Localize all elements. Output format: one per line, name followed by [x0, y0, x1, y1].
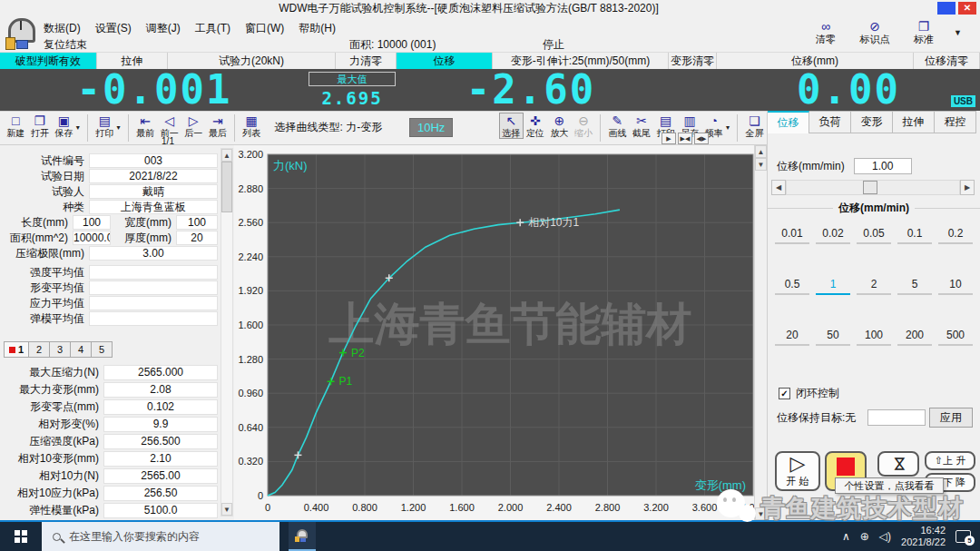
clear-zero-button[interactable]: ∞ 清零 [807, 19, 845, 45]
nav-next-button[interactable]: ▷后一 [182, 113, 205, 138]
specimen-tab-1[interactable]: 1 [4, 341, 29, 358]
chart-scroll-up-icon[interactable]: ▲ [755, 145, 767, 158]
slider-right-icon[interactable]: ▶ [960, 180, 975, 195]
tab-2[interactable]: 变形 [851, 111, 893, 133]
frequency-badge[interactable]: 10Hz [409, 118, 453, 137]
tab-4[interactable]: 程控 [935, 111, 976, 133]
network-icon[interactable]: ⊕ [860, 530, 869, 543]
select-tool-button[interactable]: ↖选择 [500, 113, 523, 138]
scroll-down-icon[interactable]: ▼ [221, 503, 232, 516]
speed-preset-5[interactable]: 5 [897, 278, 932, 295]
field-value[interactable]: 003 [89, 153, 218, 168]
scroll-right-icon[interactable]: ▶ [662, 133, 676, 144]
speed-preset-10[interactable]: 10 [938, 278, 973, 295]
slider-left-icon[interactable]: ◀ [771, 180, 786, 195]
field-value[interactable]: 10000.00 [73, 231, 111, 245]
new-button[interactable]: □新建 [5, 113, 27, 138]
tab-3[interactable]: 拉伸 [893, 111, 935, 133]
specimen-tab-4[interactable]: 4 [71, 341, 92, 358]
scroll-up-icon[interactable]: ▲ [221, 149, 232, 162]
specimen-tab-5[interactable]: 5 [92, 341, 113, 358]
start-menu-button[interactable] [0, 522, 42, 551]
speed-preset-0.2[interactable]: 0.2 [938, 227, 973, 244]
speed-preset-0.05[interactable]: 0.05 [857, 227, 891, 244]
speed-preset-100[interactable]: 100 [857, 329, 891, 346]
apply-button[interactable]: 应用 [929, 408, 973, 428]
tray-expand-icon[interactable]: ∧ [842, 530, 850, 543]
chart-scroll-down2-icon[interactable]: ▼ [755, 158, 767, 171]
save-button[interactable]: ▣保存 [53, 113, 75, 138]
chart-scrollbar[interactable]: ▲ ▼ ▼ [754, 145, 767, 520]
speed-preset-1[interactable]: 1 [816, 278, 850, 295]
notification-icon[interactable]: 5 [956, 530, 971, 543]
menu-item-4[interactable]: 窗口(W) [245, 21, 284, 36]
speed-preset-0.02[interactable]: 0.02 [816, 227, 850, 244]
field-value[interactable] [89, 311, 218, 326]
fullscreen-button[interactable]: ❏全屏 [743, 113, 766, 138]
speed-preset-50[interactable]: 50 [816, 329, 850, 346]
field-value[interactable]: 20 [176, 231, 218, 245]
force-deformation-chart[interactable]: 上海青鱼节能辅材00.3200.6400.9601.2801.6001.9202… [234, 145, 754, 520]
nav-last-button[interactable]: ⇥最后 [207, 113, 230, 138]
display-header-cell-3[interactable]: 力清零 [336, 53, 397, 70]
speed-preset-0.1[interactable]: 0.1 [897, 227, 932, 244]
run-to-limit-button[interactable]: ⋈ [877, 451, 919, 477]
locate-tool-button[interactable]: ✜定位 [524, 113, 547, 138]
volume-icon[interactable]: ◁) [879, 530, 891, 543]
taskbar-clock[interactable]: 16:42 2021/8/22 [901, 525, 946, 548]
menu-item-1[interactable]: 设置(S) [95, 21, 132, 36]
standard-button[interactable]: ❐ 标准 [905, 19, 943, 45]
speed-input[interactable]: 1.00 [854, 158, 912, 174]
speed-preset-0.01[interactable]: 0.01 [775, 227, 809, 244]
specimen-tab-2[interactable]: 2 [29, 341, 50, 358]
chart-scroll-down-icon[interactable]: ▼ [755, 507, 767, 520]
open-button[interactable]: ❐打开 [29, 113, 52, 138]
field-value[interactable] [89, 296, 218, 310]
speed-preset-2[interactable]: 2 [857, 278, 891, 295]
field-value[interactable]: 100 [176, 215, 218, 230]
closed-loop-checkbox[interactable]: ✓ [779, 388, 790, 399]
print-button[interactable]: ▤打印 [93, 113, 116, 138]
close-button[interactable]: ✕ [958, 2, 976, 15]
field-value[interactable]: 上海青鱼蓝板 [89, 200, 218, 214]
field-value[interactable]: 戴晴 [89, 184, 218, 199]
display-header-cell-8[interactable]: 位移清零 [914, 53, 980, 70]
print-dropdown-icon[interactable]: ▾ [117, 123, 123, 132]
list-button[interactable]: ▦列表 [240, 113, 263, 138]
speed-preset-0.5[interactable]: 0.5 [775, 278, 809, 295]
draw-line-button[interactable]: ✎画线 [606, 113, 629, 138]
save-dropdown-icon[interactable]: ▾ [76, 123, 83, 132]
crosshead-up-button[interactable]: ⇧上 升 [925, 451, 975, 470]
settings-tooltip[interactable]: 个性设置，点我看看 [835, 477, 944, 494]
chart-area[interactable]: 上海青鱼节能辅材00.3200.6400.9601.2801.6001.9202… [234, 145, 754, 520]
menu-item-0[interactable]: 数据(D) [44, 21, 81, 36]
minimize-button[interactable] [937, 2, 956, 15]
scroll-expand-icon[interactable]: ◀▶ [694, 133, 709, 144]
speed-preset-200[interactable]: 200 [897, 329, 932, 346]
speed-preset-20[interactable]: 20 [775, 329, 809, 346]
field-value[interactable]: 100 [73, 215, 111, 230]
tab-0[interactable]: 位移 [768, 111, 809, 133]
start-button[interactable]: ▷ 开 始 [775, 451, 820, 491]
menu-item-3[interactable]: 工具(T) [195, 21, 230, 36]
slider-thumb[interactable] [863, 181, 877, 194]
tab-1[interactable]: 负荷 [809, 111, 851, 133]
standard-dropdown-icon[interactable]: ▼ [954, 28, 962, 37]
field-value[interactable]: 3.00 [89, 246, 218, 261]
field-value[interactable] [89, 265, 218, 280]
hold-target-input[interactable] [867, 409, 926, 426]
display-header-cell-6[interactable]: 变形清零 [669, 53, 717, 70]
taskbar-app-wdw[interactable] [289, 522, 316, 551]
zoom-out-button[interactable]: ⊖缩小 [573, 113, 595, 138]
field-value[interactable] [89, 280, 218, 295]
menu-item-2[interactable]: 调整(J) [146, 21, 181, 36]
left-panel-scrollbar[interactable]: ▲ ▼ [220, 148, 233, 517]
more-tools-dropdown-icon[interactable]: ▾ [726, 123, 732, 132]
scroll-end-icon[interactable]: ▶◀ [678, 133, 692, 144]
nav-prev-button[interactable]: ◁前一 [158, 113, 181, 138]
taskbar-search[interactable]: 在这里输入你要搜索的内容 [42, 522, 279, 551]
specimen-tab-3[interactable]: 3 [50, 341, 71, 358]
speed-preset-500[interactable]: 500 [938, 329, 973, 346]
nav-first-button[interactable]: ⇤最前 [134, 113, 157, 138]
trim-button[interactable]: ✂截尾 [631, 113, 653, 138]
